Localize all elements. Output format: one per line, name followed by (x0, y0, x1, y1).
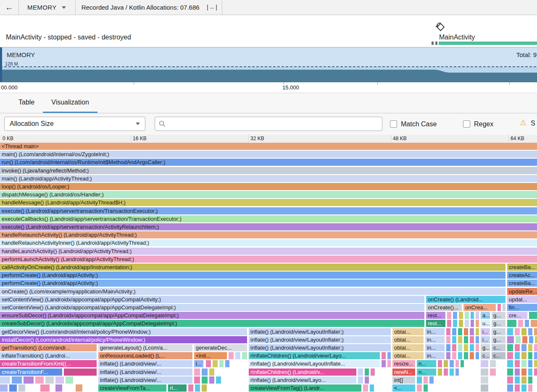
flame-segment[interactable] (507, 368, 513, 376)
flame-segment[interactable] (471, 320, 474, 327)
flame-segment[interactable] (417, 384, 422, 392)
flame-segment[interactable]: updat... (507, 296, 537, 303)
flame-segment[interactable] (521, 344, 526, 351)
flame-segment[interactable] (476, 336, 479, 343)
timeline-ruler[interactable]: 00.00015.000 (0, 82, 537, 93)
flame-segment[interactable] (481, 376, 488, 384)
flame-segment[interactable] (515, 376, 520, 384)
flame-segment[interactable] (382, 352, 386, 359)
flame-segment[interactable]: onCreate() (Landroid... (426, 296, 505, 303)
flame-segment[interactable] (515, 384, 520, 392)
flame-segment[interactable] (528, 328, 532, 335)
flame-segment[interactable] (0, 384, 8, 392)
flame-segment[interactable] (450, 368, 454, 376)
flame-segment[interactable] (455, 368, 459, 376)
flame-segment[interactable]: updateRe... (507, 288, 537, 295)
flame-segment[interactable]: onResourcesLoaded() (L... (98, 352, 192, 359)
flame-segment[interactable] (465, 320, 469, 327)
flame-segment[interactable] (35, 376, 44, 384)
flame-segment[interactable] (453, 320, 457, 327)
flame-segment[interactable] (481, 368, 488, 376)
flame-segment[interactable] (503, 304, 505, 311)
flame-segment[interactable] (417, 376, 422, 384)
flame-segment[interactable] (219, 360, 224, 367)
flame-segment[interactable] (464, 344, 468, 351)
flame-segment[interactable]: fin... (507, 304, 537, 311)
flame-segment[interactable]: u... (481, 320, 490, 327)
flame-segment[interactable] (9, 384, 17, 392)
flame-segment[interactable] (202, 376, 208, 384)
flame-segment[interactable] (225, 360, 229, 367)
flame-segment[interactable] (438, 360, 442, 367)
flame-segment[interactable] (459, 312, 463, 319)
flame-segment[interactable] (522, 336, 527, 343)
flame-segment[interactable] (424, 384, 428, 392)
flame-segment[interactable]: c... (492, 344, 505, 351)
flame-segment[interactable]: generateLayout() (Lcom/a... (98, 344, 192, 351)
flame-segment[interactable]: setContentView() (Landroidx/appcompat/ap… (0, 304, 424, 311)
flame-segment[interactable] (534, 360, 537, 367)
flame-segment[interactable] (534, 368, 537, 376)
flame-segment[interactable]: generateDec... (194, 344, 247, 351)
flame-segment[interactable] (387, 352, 391, 359)
flame-segment[interactable] (453, 312, 457, 319)
flame-segment[interactable]: loop() (Landroid/os/Looper;) (0, 183, 537, 190)
flame-segment[interactable] (534, 352, 537, 359)
flame-segment[interactable]: executeCallbacks() (Landroid/app/servert… (0, 215, 537, 222)
flame-segment[interactable]: execute() (Landroid/app/servertransactio… (0, 207, 537, 214)
memory-chart[interactable] (0, 47, 537, 82)
search-box[interactable] (155, 117, 382, 131)
flame-segment[interactable] (40, 384, 50, 392)
flame-segment[interactable] (481, 360, 488, 367)
flame-segment[interactable]: g... (492, 320, 505, 327)
flame-segment[interactable] (216, 376, 221, 384)
flame-segment[interactable] (535, 336, 537, 343)
flame-segment[interactable] (358, 376, 363, 384)
flame-segment[interactable] (452, 328, 456, 335)
flame-segment[interactable]: createViewFromTa... (98, 384, 166, 392)
flame-segment[interactable] (458, 352, 462, 359)
flame-segment[interactable] (515, 352, 520, 359)
flame-segment[interactable] (528, 376, 532, 384)
flame-segment[interactable]: onCreate()... (426, 304, 462, 311)
flame-segment[interactable] (12, 376, 22, 384)
flame-segment[interactable]: <... (392, 384, 415, 392)
flame-segment[interactable]: inflate() (Landroid/view/LayoutInflater;… (249, 336, 391, 343)
flame-segment[interactable] (507, 360, 513, 367)
flame-segment[interactable]: getTransition() (Lcom/andr... (0, 344, 97, 351)
flame-segment[interactable] (452, 352, 456, 359)
flame-segment[interactable] (528, 384, 532, 392)
flame-segment[interactable]: getDecorView() (Lcom/android/internal/po… (0, 328, 247, 335)
flame-segment[interactable]: newN... (392, 368, 415, 376)
flame-segment[interactable]: in... (425, 328, 445, 335)
match-case-checkbox[interactable] (390, 120, 397, 128)
flame-segment[interactable]: inflate() (Landroid/view/... (98, 368, 192, 376)
flame-segment[interactable] (458, 336, 462, 343)
flame-segment[interactable] (529, 312, 537, 319)
memory-stream-dropdown[interactable]: MEMORY (19, 4, 75, 11)
flame-segment[interactable]: rInflateChildren() (Landroid/v... (249, 368, 356, 376)
flame-segment[interactable] (528, 352, 532, 359)
flame-segment[interactable]: run() (Lcom/android/internal/os/RuntimeI… (0, 159, 537, 166)
flame-segment[interactable]: rest... (426, 320, 445, 327)
flame-segment[interactable] (476, 320, 479, 327)
flame-segment[interactable] (202, 384, 207, 392)
flame-segment[interactable]: resize... (392, 360, 415, 367)
flame-segment[interactable]: in... (425, 336, 445, 343)
flame-segment[interactable]: rInflate() (Landroid/view/LayoutInflate.… (249, 360, 380, 367)
flame-segment[interactable] (481, 384, 488, 392)
flame-segment[interactable]: cre... (507, 312, 527, 319)
flame-segment[interactable]: g... (492, 312, 505, 319)
flame-segment[interactable] (444, 368, 448, 376)
flame-segment[interactable] (476, 352, 479, 359)
flame-segment[interactable]: main() (Landroid/app/ActivityThread;) (0, 175, 537, 182)
flame-segment[interactable]: g... (492, 336, 505, 343)
flame-segment[interactable] (452, 344, 456, 351)
flame-segment[interactable] (447, 312, 451, 319)
flame-segment[interactable]: a... (481, 312, 490, 319)
flame-segment[interactable] (447, 320, 451, 327)
flame-segment[interactable] (387, 360, 391, 367)
flame-segment[interactable] (461, 360, 464, 367)
flame-segment[interactable]: n... (417, 368, 436, 376)
flame-segment[interactable] (528, 344, 532, 351)
